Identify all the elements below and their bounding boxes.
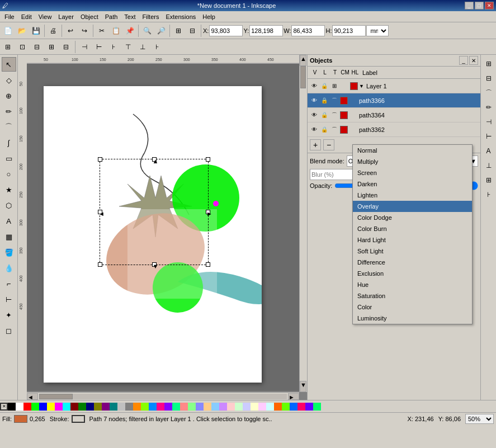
palette-color[interactable] (133, 403, 141, 411)
palette-color[interactable] (16, 403, 23, 411)
zoom-tool[interactable]: ⊕ (2, 88, 16, 103)
rt-btn-9[interactable]: ⊞ (482, 173, 495, 187)
gradient-tool[interactable]: ▦ (2, 229, 16, 244)
palette-color[interactable] (235, 403, 243, 411)
maximize-button[interactable]: □ (475, 2, 484, 10)
visibility-icon[interactable]: 👁 (310, 82, 319, 91)
blend-option-color-dodge[interactable]: Color Dodge (353, 212, 472, 223)
rt-btn-10[interactable]: ⊦ (482, 188, 495, 201)
visibility-icon-3364[interactable]: 👁 (310, 111, 319, 120)
blend-option-screen[interactable]: Screen (353, 167, 472, 178)
no-fill-swatch[interactable]: ✕ (0, 403, 8, 411)
select-tool[interactable]: ↖ (2, 57, 16, 72)
menu-path[interactable]: Path (102, 12, 121, 21)
palette-color[interactable] (23, 403, 31, 411)
unit-select[interactable]: mm px (366, 25, 389, 36)
eraser-tool[interactable]: ◻ (2, 323, 16, 338)
remove-layer-button[interactable]: − (323, 139, 334, 150)
palette-color[interactable] (86, 403, 94, 411)
palette-color[interactable] (297, 403, 305, 411)
layer-row-path3364[interactable]: 👁 🔒 ⌒ path3364 (308, 108, 480, 122)
scroll-down[interactable]: ▼ (300, 381, 306, 392)
rt-btn-8[interactable]: ⊥ (482, 159, 495, 172)
copy-button[interactable]: 📋 (109, 24, 122, 37)
blend-option-difference[interactable]: Difference (353, 257, 472, 268)
menu-text[interactable]: Text (121, 12, 139, 21)
rt-btn-4[interactable]: ✏ (482, 101, 495, 114)
palette-color[interactable] (243, 403, 251, 411)
blend-option-normal[interactable]: Normal (353, 145, 472, 156)
stroke-swatch[interactable] (72, 415, 85, 423)
3d-tool[interactable]: ⬡ (2, 198, 16, 213)
ungroup-button[interactable]: ⊟ (186, 24, 199, 37)
scroll-vtrack[interactable] (300, 66, 306, 88)
rt-btn-6[interactable]: ⊢ (482, 130, 495, 143)
palette-color[interactable] (149, 403, 157, 411)
palette-color[interactable] (117, 403, 125, 411)
palette-color[interactable] (313, 403, 321, 411)
palette-color[interactable] (39, 403, 47, 411)
fill-swatch[interactable] (14, 415, 27, 423)
blend-option-saturation[interactable]: Saturation (353, 290, 472, 301)
palette-color[interactable] (274, 403, 282, 411)
palette-color[interactable] (290, 403, 297, 411)
new-button[interactable]: 📄 (1, 24, 15, 37)
scroll-left[interactable]: ◄ (27, 393, 38, 400)
align-m[interactable]: ⊥ (136, 40, 149, 54)
blend-option-exclusion[interactable]: Exclusion (353, 268, 472, 279)
snap-btn2[interactable]: ⊡ (16, 40, 29, 54)
rt-btn-3[interactable]: ⌒ (482, 86, 495, 100)
align-r[interactable]: ⊦ (107, 40, 120, 54)
rt-btn-1[interactable]: ⊞ (482, 57, 495, 70)
blend-option-color-burn[interactable]: Color Burn (353, 223, 472, 234)
blend-option-luminosity[interactable]: Luminosity (353, 313, 472, 324)
layer-row-path3366[interactable]: 👁 🔒 ⌒ path3366 (308, 93, 480, 108)
blend-option-overlay[interactable]: Overlay (353, 201, 472, 212)
pencil-tool[interactable]: ✏ (2, 104, 16, 119)
group-button[interactable]: ⊞ (172, 24, 185, 37)
scrollbar-vertical[interactable]: ▲ ▼ (299, 55, 307, 392)
menu-edit[interactable]: Edit (18, 12, 35, 21)
redo-button[interactable]: ↪ (78, 24, 91, 37)
rt-btn-7[interactable]: A (482, 144, 495, 158)
palette-color[interactable] (282, 403, 290, 411)
palette-color[interactable] (55, 403, 63, 411)
visibility-icon-3366[interactable]: 👁 (310, 96, 319, 105)
spray-tool[interactable]: ✦ (2, 308, 16, 322)
rt-btn-2[interactable]: ⊟ (482, 72, 495, 85)
panel-minimize[interactable]: _ (459, 56, 468, 65)
palette-color[interactable] (157, 403, 164, 411)
palette-color[interactable] (70, 403, 78, 411)
palette-color[interactable] (258, 403, 266, 411)
scroll-vthumb[interactable] (300, 66, 306, 88)
snap-btn4[interactable]: ⊞ (45, 40, 58, 54)
palette-color[interactable] (227, 403, 235, 411)
palette-color[interactable] (31, 403, 39, 411)
blend-option-lighten[interactable]: Lighten (353, 190, 472, 201)
palette-color[interactable] (180, 403, 188, 411)
menu-file[interactable]: File (1, 12, 18, 21)
canvas-content[interactable]: ▲ ◄ ► ▼ (27, 64, 307, 391)
palette-color[interactable] (196, 403, 204, 411)
blend-option-color[interactable]: Color (353, 301, 472, 313)
palette-color[interactable] (110, 403, 117, 411)
rect-tool[interactable]: ▭ (2, 151, 16, 166)
add-layer-button[interactable]: + (310, 139, 321, 150)
eyedrop-tool[interactable]: 💧 (2, 261, 16, 275)
snap-btn[interactable]: ⊞ (1, 40, 15, 54)
blend-option-hard-light[interactable]: Hard Light (353, 234, 472, 246)
menu-object[interactable]: Object (77, 12, 102, 21)
palette-color[interactable] (251, 403, 258, 411)
save-button[interactable]: 💾 (29, 24, 42, 37)
expand-icon[interactable]: ▼ (359, 83, 364, 89)
palette-color[interactable] (94, 403, 102, 411)
blend-option-multiply[interactable]: Multiply (353, 156, 472, 167)
zoom-select[interactable]: 50% 100% 200% (465, 414, 494, 424)
blend-option-soft-light[interactable]: Soft Light (353, 246, 472, 257)
zoom-in-button[interactable]: 🔍 (140, 24, 154, 37)
lock-icon-3366[interactable]: 🔒 (320, 96, 329, 105)
menu-extensions[interactable]: Extensions (162, 12, 199, 21)
y-field[interactable] (249, 25, 283, 36)
measure-tool[interactable]: ⊢ (2, 292, 16, 306)
minimize-button[interactable]: _ (465, 2, 474, 10)
